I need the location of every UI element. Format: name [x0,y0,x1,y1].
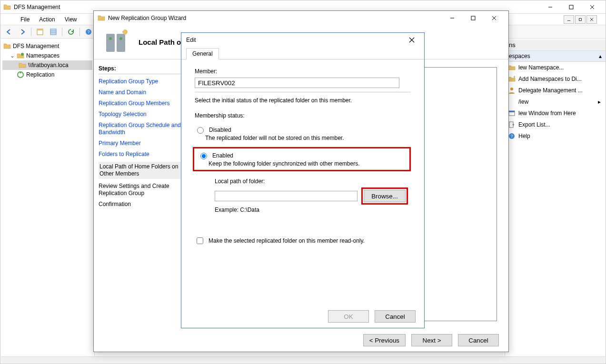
menu-view[interactable]: View [61,15,81,24]
svg-point-32 [123,30,128,34]
chevron-right-icon: ▸ [598,98,601,105]
back-button[interactable] [3,27,15,37]
readonly-checkbox[interactable] [197,237,203,244]
action-delegate[interactable]: Delegate Management ... [505,85,606,96]
mdi-restore-button[interactable] [575,15,586,24]
step-link[interactable]: Replication Group Schedule and Bandwidth [99,122,182,136]
step-link[interactable]: Replication Group Members [99,100,182,107]
maximize-button[interactable] [561,1,582,13]
svg-text:?: ? [87,30,89,34]
user-icon [508,87,516,94]
step-future: Confirmation [99,201,182,208]
previous-button[interactable]: < Previous [363,334,406,346]
svg-rect-1 [569,5,573,9]
tree-label: Replication [26,71,54,78]
svg-text:?: ? [510,134,513,138]
svg-rect-25 [471,16,475,20]
svg-rect-9 [37,29,43,30]
namespace-item-icon [19,61,26,69]
menu-file[interactable]: File [17,15,33,24]
step-link[interactable]: Replication Group Type [99,78,182,85]
wizard-icon [98,14,105,22]
export-icon [508,121,516,128]
menu-action[interactable]: Action [35,15,59,24]
edit-close-button[interactable] [404,34,419,46]
refresh-button[interactable] [65,27,77,37]
app-icon [3,3,11,11]
tree-label: DFS Management [13,43,59,49]
edit-footer: OK Cancel [181,305,424,328]
action-view[interactable]: /iew▸ [505,96,606,108]
wizard-maximize-button[interactable] [463,12,484,24]
status-label: Membership status: [195,112,411,119]
svg-rect-20 [509,111,515,112]
step-link[interactable]: Folders to Replicate [99,151,182,158]
tree-root[interactable]: DFS Management [2,41,92,51]
member-label: Member: [195,68,411,75]
step-link[interactable]: Primary Member [99,140,182,147]
tabstrip: General [181,47,424,59]
edit-cancel-button[interactable]: Cancel [375,310,416,323]
action-new-namespace[interactable]: lew Namespace... [505,62,606,73]
enabled-radio[interactable] [200,153,207,159]
actions-group-header[interactable]: espaces ▴ [505,51,606,62]
browse-button[interactable]: Browse... [364,190,406,202]
collapse-up-icon: ▴ [599,53,602,59]
wizard-footer: < Previous Next > Cancel [94,329,508,352]
svg-text:+: + [513,75,516,79]
replication-icon [17,71,24,79]
enabled-highlight: Enabled Keep the following folder synchr… [193,147,411,171]
namespace-icon [17,52,24,59]
action-help[interactable]: ?Help [505,130,606,142]
svg-point-18 [510,88,513,90]
folder-icon [3,42,11,50]
properties-button[interactable] [34,27,46,37]
tab-general[interactable]: General [186,48,219,59]
action-export[interactable]: Export List... [505,119,606,130]
tree-label: \\firatboyan.loca [28,62,69,69]
disabled-label: Disabled [209,127,231,133]
browse-highlight: Browse... [361,187,408,205]
disabled-radio[interactable] [197,127,204,134]
disabled-desc: The replicated folder will not be stored… [205,135,411,141]
wizard-minimize-button[interactable] [442,12,463,24]
minimize-button[interactable] [540,1,561,13]
step-link[interactable]: Name and Domain [99,89,182,96]
tree-namespace-item[interactable]: \\firatboyan.loca [2,60,92,70]
main-title: DFS Management [14,4,540,10]
wizard-steps: Steps: Replication Group Type Name and D… [94,59,187,325]
description-text: Select the initial status of the replica… [195,97,411,104]
action-new-window[interactable]: lew Window from Here [505,108,606,119]
step-link[interactable]: Topology Selection [99,111,182,118]
wizard-close-button[interactable] [484,12,505,24]
mdi-minimize-button[interactable] [564,15,574,24]
forward-button[interactable] [17,27,28,37]
tree-replication[interactable]: Replication [2,70,92,79]
next-button[interactable]: Next > [411,334,452,346]
collapse-icon[interactable]: ⌄ [10,52,15,59]
edit-titlebar: Edit [181,33,424,47]
svg-rect-5 [579,18,582,20]
mdi-close-button[interactable] [586,15,597,24]
svg-rect-10 [50,29,56,35]
wizard-header-icon [103,29,130,56]
step-current[interactable]: Local Path of Home Folders on Other Memb… [99,162,182,179]
cancel-button[interactable]: Cancel [458,334,499,346]
help-button[interactable]: ? [83,27,94,37]
edit-dialog: Edit General Member: Select the initial … [181,32,425,328]
path-input[interactable] [215,191,358,201]
tree-label: Namespaces [26,52,60,59]
member-field [195,78,399,88]
path-label: Local path of folder: [215,178,411,185]
close-button[interactable] [582,1,603,13]
namespace-icon [508,64,516,71]
tree-namespaces[interactable]: ⌄ Namespaces [2,51,92,60]
list-button[interactable] [48,27,59,37]
divider [195,92,411,92]
enabled-desc: Keep the following folder synchronized w… [209,160,406,167]
action-add-namespaces[interactable]: +Add Namespaces to Di... [505,73,606,85]
actions-pane: ns espaces ▴ lew Namespace... +Add Names… [505,39,606,356]
example-text: Example: C:\Data [215,207,411,213]
window-icon [508,109,516,117]
edit-title: Edit [186,37,404,43]
